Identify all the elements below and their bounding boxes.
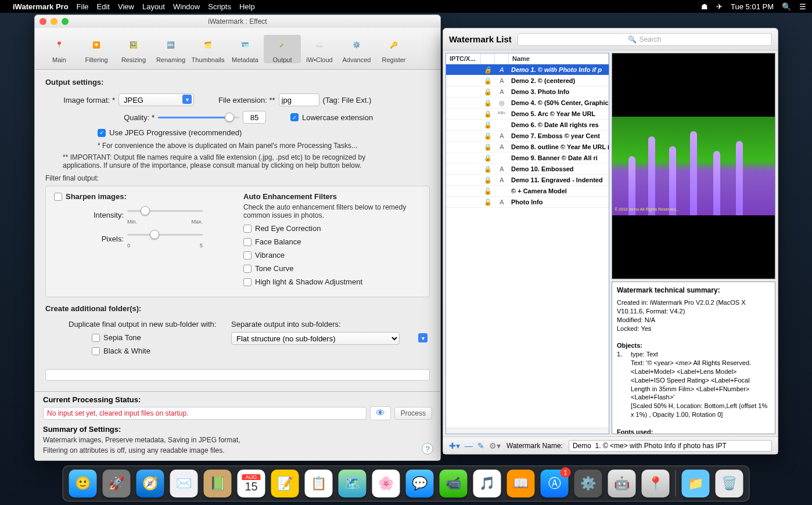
tab-output[interactable]: 🪄Output <box>264 35 301 63</box>
watermark-settings-button[interactable]: ⚙▾ <box>489 441 501 450</box>
process-button[interactable]: Process <box>394 407 432 420</box>
menu-extras-icon[interactable]: ☰ <box>799 2 806 11</box>
watermark-name-input[interactable] <box>569 440 772 452</box>
type-icon: ◎ <box>495 99 509 107</box>
horizontal-scrollbar[interactable] <box>446 428 609 434</box>
add-watermark-button[interactable]: ✚▾ <box>449 441 460 450</box>
watermark-row[interactable]: 🔒◎Demo 4. © (50% Center, Graphic, O <box>446 98 609 109</box>
remove-watermark-button[interactable]: — <box>465 441 473 450</box>
search-input[interactable]: 🔍 Search <box>518 33 772 46</box>
watermark-row[interactable]: 🔒ADemo 1. © with Photo Info if p <box>446 64 609 75</box>
dock-photos[interactable]: 🌸 <box>372 470 400 497</box>
col-iptc[interactable]: IPTC/X... <box>446 53 481 64</box>
dock-mail[interactable]: ✉️ <box>170 470 198 497</box>
dock-downloads[interactable]: 📁 <box>682 470 710 497</box>
dock-notes[interactable]: 📝 <box>271 470 299 497</box>
status-icon-1[interactable]: ☗ <box>701 2 708 11</box>
type-icon: A <box>495 66 509 73</box>
tab-iwcloud[interactable]: ☁️iW•Cloud <box>301 35 338 63</box>
dock-ibooks[interactable]: 📖 <box>507 470 535 497</box>
help-button[interactable]: ? <box>422 443 433 454</box>
dock-messages[interactable]: 💬 <box>406 470 434 497</box>
intensity-slider[interactable] <box>127 205 203 216</box>
tab-filtering[interactable]: 🔽Filtering <box>78 35 115 63</box>
blank-field[interactable] <box>45 369 430 381</box>
dock-reminders[interactable]: 📋 <box>305 470 333 497</box>
menu-layout[interactable]: Layout <box>142 2 165 11</box>
dock-appstore[interactable]: Ⓐ <box>541 470 569 497</box>
dock-safari[interactable]: 🧭 <box>136 470 164 497</box>
lowercase-checkbox[interactable]: ✓ <box>290 113 299 121</box>
menu-file[interactable]: File <box>77 2 89 11</box>
menu-scripts[interactable]: Scripts <box>208 2 231 11</box>
watermark-row[interactable]: 🔒ADemo 8. outline © Year Me URL (50 <box>446 142 609 153</box>
watermark-row[interactable]: 🔒ADemo 11. Engraved - Indented <box>446 175 609 186</box>
col-name[interactable]: Name <box>509 53 609 64</box>
dock-trash[interactable]: 🗑️ <box>716 470 743 497</box>
quality-label: Quality: * <box>45 113 155 122</box>
type-icon: A <box>495 176 509 183</box>
menu-edit[interactable]: Edit <box>97 2 110 11</box>
tab-renaming[interactable]: 🔤Renaming <box>152 35 189 63</box>
watermark-row[interactable]: 🔒ADemo 2. © (centered) <box>446 75 609 86</box>
close-button[interactable] <box>39 18 46 25</box>
sepia-checkbox[interactable] <box>92 334 100 342</box>
menu-view[interactable]: View <box>118 2 134 11</box>
watermark-row[interactable]: 🔓© + Camera Model <box>446 186 609 197</box>
watermark-row[interactable]: 🔒Demo 9. Banner © Date All ri <box>446 153 609 164</box>
dock-contacts[interactable]: 📗 <box>204 470 232 497</box>
tab-metadata[interactable]: 🪪Metadata <box>227 35 264 63</box>
redeye-checkbox[interactable] <box>243 225 251 233</box>
file-ext-input[interactable] <box>279 93 319 106</box>
preview-button[interactable]: 👁 <box>370 406 391 420</box>
vibrance-checkbox[interactable] <box>243 251 251 259</box>
eye-icon: 👁 <box>376 408 385 419</box>
jpeg-progressive-checkbox[interactable]: ✓ <box>98 129 106 137</box>
lock-icon: 🔒 <box>484 143 492 150</box>
quality-slider[interactable] <box>158 112 239 122</box>
highlight-checkbox[interactable] <box>243 278 251 286</box>
facebalance-checkbox[interactable] <box>243 238 251 246</box>
watermark-row[interactable]: 🔓APhoto Info <box>446 197 609 208</box>
watermark-row[interactable]: 🔒ADemo 7. Emboss © year Cent <box>446 131 609 142</box>
tab-resizing[interactable]: 🖼️Resizing <box>115 35 152 63</box>
tab-register[interactable]: 🔑Register <box>375 35 412 63</box>
col-lock[interactable] <box>481 53 495 64</box>
dock-facetime[interactable]: 📹 <box>440 470 468 497</box>
watermark-row[interactable]: 🔒ADemo 3. Photo Info <box>446 86 609 98</box>
quality-value[interactable] <box>243 111 266 124</box>
image-format-select[interactable]: JPEG <box>118 93 194 106</box>
dock-calendar[interactable]: AUG15 <box>238 470 265 497</box>
dock-itunes[interactable]: 🎵 <box>473 470 501 497</box>
zoom-button[interactable] <box>62 18 69 25</box>
watermark-row[interactable]: 🔒ᴬᴮᶜDemo 5. Arc © Year Me URL <box>446 109 609 120</box>
pixels-slider[interactable] <box>127 229 203 240</box>
dock-iwatermark-a[interactable]: 🤖 <box>608 470 636 497</box>
tech-obj-layout: [Scaled 50% H, Location: Bottom,Left (of… <box>631 402 770 419</box>
dock-preferences[interactable]: ⚙️ <box>574 470 602 497</box>
col-type[interactable] <box>495 53 509 64</box>
dock-iwatermark-b[interactable]: 📍 <box>642 470 670 497</box>
dock-finder[interactable]: 🙂 <box>69 470 97 497</box>
sharpen-checkbox[interactable] <box>54 193 62 201</box>
menu-help[interactable]: Help <box>239 2 255 11</box>
dock-launchpad[interactable]: 🚀 <box>103 470 131 497</box>
menu-window[interactable]: Window <box>173 2 200 11</box>
clock[interactable]: Tue 5:01 PM <box>731 2 774 11</box>
watermark-row[interactable]: 🔒Demo 6. © Date All rights res <box>446 120 609 131</box>
tab-main[interactable]: 📍Main <box>41 35 78 63</box>
dock-maps[interactable]: 🗺️ <box>339 470 367 497</box>
tab-thumbnails[interactable]: 🗂️Thumbnails <box>189 35 227 63</box>
lock-icon: 🔒 <box>484 88 492 95</box>
tonecurve-checkbox[interactable] <box>243 265 251 273</box>
bw-checkbox[interactable] <box>92 347 100 355</box>
watermark-list-window: Watermark List 🔍 Search IPTC/X... Name 🔒… <box>443 28 778 454</box>
minimize-button[interactable] <box>51 18 58 25</box>
tab-advanced[interactable]: ⚙️Advanced <box>338 35 375 63</box>
status-icon-2[interactable]: ✈ <box>716 2 723 11</box>
separate-select[interactable]: Flat structure (no sub-folders) <box>231 332 400 345</box>
spotlight-icon[interactable]: 🔍 <box>782 2 791 11</box>
app-name[interactable]: iWatermark Pro <box>13 2 69 11</box>
edit-watermark-button[interactable]: ✎ <box>477 441 484 450</box>
watermark-row[interactable]: 🔒ADemo 10. Embossed <box>446 164 609 175</box>
